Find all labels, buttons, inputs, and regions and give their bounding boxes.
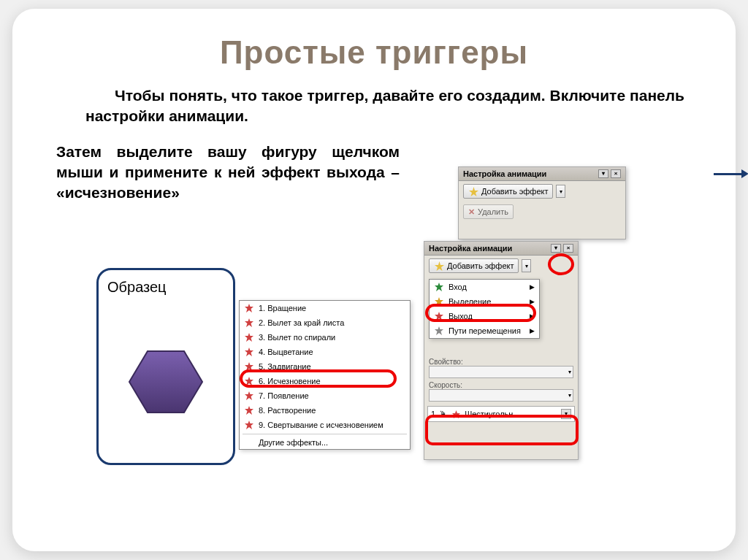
star-yellow-icon — [434, 296, 444, 307]
effect-7-label: 7. Появление — [259, 391, 309, 400]
paragraph-1: Чтобы понять, что такое триггер, давайте… — [85, 85, 684, 127]
star-motion-icon — [434, 326, 444, 336]
svg-marker-11 — [245, 348, 253, 356]
animation-panel-back: Настройка анимации ▾ × Добавить эффект ▾… — [458, 166, 626, 239]
effect-9-label: 9. Свертывание с исчезновением — [259, 421, 383, 429]
anim-item-name: Шестиугольн... — [465, 410, 519, 418]
star-green-icon — [434, 282, 444, 292]
animation-panel-front: Настройка анимации ▾ × Добавить эффект ▾… — [424, 241, 579, 460]
star-red-icon — [244, 332, 254, 342]
svg-marker-0 — [129, 351, 202, 413]
star-red-icon — [244, 318, 254, 328]
arrow-right-icon: ▶ — [530, 283, 535, 291]
effect-category-menu: Вход▶ Выделение▶ Выход▶ Пути перемещения… — [429, 279, 540, 339]
item-dropdown-icon[interactable]: ▾ — [561, 409, 571, 419]
svg-marker-9 — [245, 318, 253, 327]
star-red-icon — [244, 376, 254, 386]
effect-7[interactable]: 7. Появление — [240, 388, 410, 403]
svg-marker-12 — [245, 362, 253, 371]
add-effect-button[interactable]: Добавить эффект — [463, 184, 553, 199]
effect-1-label: 1. Вращение — [259, 304, 306, 312]
star-red-icon — [244, 361, 254, 372]
svg-marker-15 — [245, 406, 253, 415]
svg-marker-13 — [245, 377, 253, 386]
svg-marker-1 — [469, 187, 478, 196]
page-title: Простые триггеры — [42, 34, 706, 71]
menu-item-entry[interactable]: Вход▶ — [430, 280, 539, 294]
effect-6[interactable]: 6. Исчезновение — [240, 374, 410, 388]
slide: Простые триггеры Чтобы понять, что такое… — [12, 9, 736, 551]
arrow-line — [714, 173, 743, 175]
menu-emphasis-label: Выделение — [449, 297, 491, 306]
delete-button[interactable]: ✕ Удалить — [463, 204, 514, 219]
animation-list-item[interactable]: 1 🖱 Шестиугольн... ▾ — [427, 406, 575, 422]
panel-header-2: Настройка анимации ▾ × — [424, 242, 578, 256]
star-red-icon — [244, 303, 254, 313]
speed-label: Скорость: — [429, 381, 573, 389]
anim-item-number: 1 — [431, 410, 435, 418]
star-icon — [451, 409, 461, 419]
svg-marker-16 — [245, 421, 253, 429]
menu-exit-label: Выход — [449, 312, 473, 321]
panel-header: Настройка анимации ▾ × — [459, 167, 625, 181]
star-icon — [434, 261, 444, 271]
property-label: Свойство: — [429, 358, 573, 366]
separator — [243, 434, 407, 434]
effect-other[interactable]: Другие эффекты... — [240, 436, 410, 449]
effect-5[interactable]: 5. Задвигание — [240, 359, 410, 374]
star-red-icon — [434, 311, 444, 321]
effect-1[interactable]: 1. Вращение — [240, 301, 410, 315]
property-field: Свойство: ▾ — [424, 356, 578, 380]
effect-3[interactable]: 3. Вылет по спирали — [240, 330, 410, 345]
menu-entry-label: Вход — [449, 283, 467, 291]
effect-5-label: 5. Задвигание — [259, 362, 311, 371]
effect-4-label: 4. Выцветание — [259, 348, 313, 356]
svg-marker-10 — [245, 333, 253, 342]
add-effect-label-2: Добавить эффект — [447, 261, 514, 270]
star-red-icon — [244, 405, 254, 415]
mouse-icon: 🖱 — [439, 410, 447, 418]
dropdown-icon[interactable]: ▾ — [551, 244, 561, 253]
effect-4[interactable]: 4. Выцветание — [240, 345, 410, 359]
menu-item-motion[interactable]: Пути перемещения▶ — [430, 323, 539, 338]
star-red-icon — [244, 391, 254, 401]
svg-marker-8 — [245, 304, 253, 312]
hexagon-icon — [126, 345, 206, 418]
star-red-icon — [244, 420, 254, 430]
exit-effects-menu: 1. Вращение 2. Вылет за край листа 3. Вы… — [239, 300, 411, 450]
arrow-right-icon: ▶ — [530, 312, 535, 320]
dropdown-arrow-icon[interactable]: ▾ — [556, 185, 565, 198]
close-icon[interactable]: × — [563, 244, 573, 253]
add-effect-label: Добавить эффект — [481, 187, 548, 196]
property-input[interactable]: ▾ — [429, 366, 573, 378]
speed-input[interactable]: ▾ — [429, 389, 573, 402]
effect-9[interactable]: 9. Свертывание с исчезновением — [240, 418, 410, 432]
arrow-right-icon: ▶ — [530, 327, 535, 334]
menu-item-emphasis[interactable]: Выделение▶ — [430, 294, 539, 309]
effect-3-label: 3. Вылет по спирали — [259, 333, 335, 342]
close-icon[interactable]: × — [611, 169, 621, 178]
menu-motion-label: Пути перемещения — [449, 326, 521, 335]
paragraph-2: Затем выделите вашу фигуру щелчком мыши … — [56, 142, 400, 204]
svg-marker-3 — [452, 410, 460, 418]
panel-title: Настройка анимации — [463, 169, 546, 178]
svg-marker-14 — [245, 391, 253, 400]
add-effect-button-2[interactable]: Добавить эффект — [429, 258, 519, 273]
x-icon: ✕ — [468, 207, 475, 217]
sample-label: Образец — [107, 279, 224, 296]
svg-marker-6 — [435, 312, 443, 321]
effect-2[interactable]: 2. Вылет за край листа — [240, 315, 410, 330]
effect-2-label: 2. Вылет за край листа — [259, 318, 344, 327]
dropdown-arrow-icon-2[interactable]: ▾ — [522, 259, 531, 272]
effect-6-label: 6. Исчезновение — [259, 377, 321, 386]
para1-text: Чтобы понять, что такое триггер, давайте… — [85, 87, 684, 124]
effect-other-label: Другие эффекты... — [259, 438, 328, 447]
effect-8-label: 8. Растворение — [259, 406, 316, 415]
star-icon — [468, 186, 478, 196]
dropdown-icon[interactable]: ▾ — [598, 169, 608, 178]
star-red-icon — [244, 347, 254, 357]
menu-item-exit[interactable]: Выход▶ — [430, 309, 539, 323]
speed-field: Скорость: ▾ — [424, 380, 578, 403]
effect-8[interactable]: 8. Растворение — [240, 403, 410, 418]
svg-marker-4 — [435, 283, 443, 291]
